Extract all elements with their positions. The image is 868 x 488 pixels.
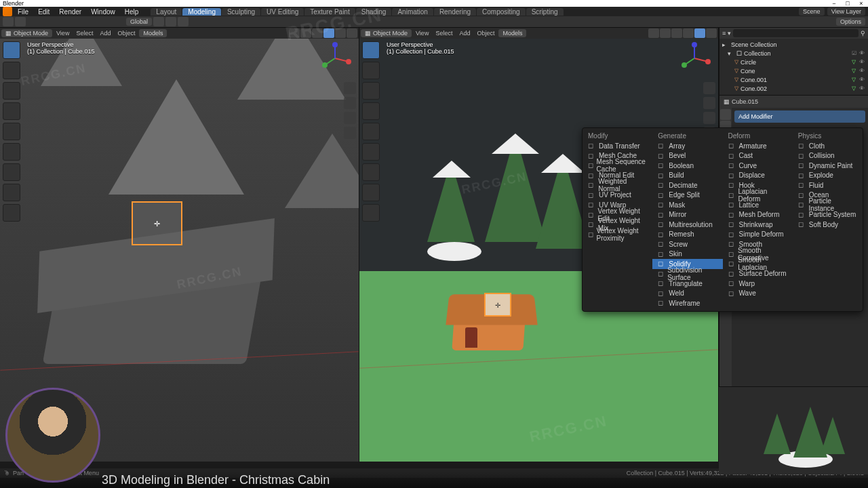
camera-icon-r[interactable] xyxy=(703,112,715,124)
orientation-dropdown[interactable]: Global xyxy=(126,18,152,26)
tab-sculpting[interactable]: Sculpting xyxy=(222,8,260,16)
close-icon[interactable]: × xyxy=(857,0,865,7)
modifier-item[interactable]: ◻Mesh Sequence Cache xyxy=(583,161,652,171)
modifier-item[interactable]: ◻Soft Body xyxy=(793,220,863,230)
modifier-menu[interactable]: Modify ◻Data Transfer◻Mesh Cache◻Mesh Se… xyxy=(582,127,863,312)
modifier-item[interactable]: ◻Particle System xyxy=(793,210,863,220)
tab-texture[interactable]: Texture Paint xyxy=(304,8,355,16)
viewport-menu-select-right[interactable]: Select xyxy=(433,30,455,37)
viewport-menu-add-left[interactable]: Add xyxy=(97,30,113,37)
modifier-item[interactable]: ◻Skin xyxy=(652,249,722,260)
tool-add[interactable] xyxy=(3,204,20,222)
menu-file[interactable]: File xyxy=(14,8,33,16)
mode-dropdown-left[interactable]: ▦ Object Mode xyxy=(1,29,52,37)
modifier-item[interactable]: ◻Data Transfer xyxy=(583,141,652,151)
pivot-dropdown-left[interactable]: Models xyxy=(139,29,167,37)
scene-field[interactable]: Scene xyxy=(799,7,825,16)
modifier-item[interactable]: ◻Collision xyxy=(793,151,863,161)
add-modifier-dropdown[interactable]: Add Modifier xyxy=(734,110,865,123)
modifier-item[interactable]: ◻Warp xyxy=(723,279,793,289)
cursor-tool-icon[interactable] xyxy=(15,17,26,26)
shading-material-icon-r[interactable] xyxy=(694,28,705,38)
tool-rotate[interactable] xyxy=(3,102,20,120)
modifier-item[interactable]: ◻Boolean xyxy=(652,161,722,171)
viewport-menu-view-right[interactable]: View xyxy=(413,30,431,37)
tree-row-collection[interactable]: ▾☐Collection☑👁 xyxy=(722,49,865,58)
modifier-item[interactable]: ◻Mesh Deform xyxy=(723,210,793,220)
options-dropdown[interactable]: Options xyxy=(836,18,865,26)
modifier-item[interactable]: ◻Wave xyxy=(723,289,793,299)
shading-wireframe-icon-r[interactable] xyxy=(671,28,682,38)
modifier-item[interactable]: ◻Cloth xyxy=(793,141,863,151)
pan-icon-r[interactable] xyxy=(703,97,715,109)
perspective-icon[interactable] xyxy=(344,127,356,139)
tool-move[interactable] xyxy=(3,82,20,100)
outliner-tree[interactable]: ▸Scene Collection ▾☐Collection☑👁 ▽Circle… xyxy=(719,39,868,96)
tool-cursor-r[interactable] xyxy=(362,62,380,79)
modifier-item[interactable]: ◻Weighted Normal xyxy=(583,180,652,190)
tab-uv[interactable]: UV Editing xyxy=(261,8,304,16)
tool-rotate-r[interactable] xyxy=(362,102,380,120)
modifier-item[interactable]: ◻Decimate xyxy=(652,180,722,190)
nav-gizmo-left[interactable] xyxy=(318,41,352,75)
outliner-search[interactable] xyxy=(733,29,859,37)
modifier-item[interactable]: ◻Multiresolution xyxy=(652,220,722,230)
tree-row-item[interactable]: ▽Circle▽👁 xyxy=(722,58,865,66)
menu-edit[interactable]: Edit xyxy=(34,8,54,16)
modifier-item[interactable]: ◻Bevel xyxy=(652,151,722,161)
tab-scripting[interactable]: Scripting xyxy=(526,8,564,16)
modifier-item[interactable]: ◻Remesh xyxy=(652,230,722,240)
modifier-item[interactable]: ◻Subdivision Surface xyxy=(652,269,722,279)
maximize-icon[interactable]: □ xyxy=(844,0,852,7)
tool-annotate-r[interactable] xyxy=(362,163,380,181)
tree-row-item[interactable]: ▽Cone.002▽👁 xyxy=(722,84,865,93)
tool-select-box[interactable] xyxy=(3,41,20,59)
modifier-item[interactable]: ◻Displace xyxy=(723,171,793,181)
viewport-menu-view-left[interactable]: View xyxy=(54,30,72,37)
zoom-icon[interactable] xyxy=(344,82,356,94)
modifier-item[interactable]: ◻Simple Deform xyxy=(723,230,793,240)
overlay-toggle-icon[interactable] xyxy=(289,28,300,38)
overlay-toggle-icon-r[interactable] xyxy=(648,28,659,38)
modifier-item[interactable]: ◻Laplacian Deform xyxy=(723,190,793,201)
modifier-item[interactable]: ◻Vertex Weight Proximity xyxy=(583,230,652,240)
modifier-item[interactable]: ◻Weld xyxy=(652,289,722,299)
modifier-item[interactable]: ◻Build xyxy=(652,171,722,181)
modifier-item[interactable]: ◻Shrinkwrap xyxy=(723,220,793,230)
modifier-item[interactable]: ◻Particle Instance xyxy=(793,200,863,210)
menu-window[interactable]: Window xyxy=(87,8,119,16)
modifier-item[interactable]: ◻Surface Deform xyxy=(723,269,793,279)
modifier-item[interactable]: ◻Cast xyxy=(723,151,793,161)
menu-render[interactable]: Render xyxy=(55,8,85,16)
tool-select-box-r[interactable] xyxy=(362,41,380,59)
proportional-icon[interactable] xyxy=(178,17,189,26)
filter-icon[interactable]: ▾ xyxy=(728,30,731,37)
viewport-menu-object-right[interactable]: Object xyxy=(474,30,497,37)
pan-icon[interactable] xyxy=(344,97,356,109)
snap-icon[interactable] xyxy=(165,17,176,26)
select-tool-icon[interactable] xyxy=(3,17,14,26)
tab-rendering[interactable]: Rendering xyxy=(434,8,476,16)
xray-toggle-icon-r[interactable] xyxy=(660,28,671,38)
tab-compositing[interactable]: Compositing xyxy=(477,8,526,16)
tool-annotate[interactable] xyxy=(3,163,20,181)
tool-measure-r[interactable] xyxy=(362,184,380,201)
pivot-dropdown-right[interactable]: Models xyxy=(498,29,526,37)
tool-transform[interactable] xyxy=(3,143,20,161)
nav-gizmo-right[interactable] xyxy=(677,41,711,75)
filter-toggle-icon[interactable]: ⚲ xyxy=(861,30,865,37)
tool-scale-r[interactable] xyxy=(362,123,380,140)
tool-measure[interactable] xyxy=(3,184,20,201)
shading-solid-icon[interactable] xyxy=(323,28,334,38)
shading-wireframe-icon[interactable] xyxy=(312,28,323,38)
modifier-item[interactable]: ◻Armature xyxy=(723,141,793,151)
modifier-item[interactable]: ◻Mask xyxy=(652,200,722,210)
modifier-item[interactable]: ◻Edge Split xyxy=(652,190,722,201)
xray-toggle-icon[interactable] xyxy=(300,28,311,38)
modifier-item[interactable]: ◻Screw xyxy=(652,239,722,249)
viewport-menu-add-right[interactable]: Add xyxy=(456,30,473,37)
tool-transform-r[interactable] xyxy=(362,143,380,161)
tree-row-scene[interactable]: ▸Scene Collection xyxy=(722,40,865,49)
modifier-item[interactable]: ◻Explode xyxy=(793,171,863,181)
zoom-icon-r[interactable] xyxy=(703,82,715,94)
